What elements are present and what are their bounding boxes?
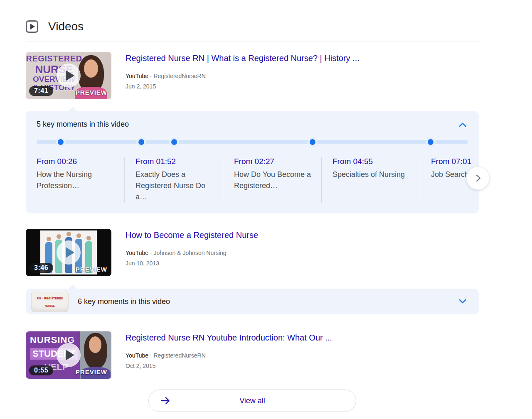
video-source: YouTube · RegisteredNurseRN — [126, 352, 332, 359]
videos-header: Videos — [26, 20, 479, 33]
next-moments-button[interactable] — [466, 167, 490, 190]
channel-name: Johnson & Johnson Nursing — [153, 250, 226, 256]
videos-section: Videos REGISTERED NURSE OVERVIEW & HISTO… — [26, 0, 479, 412]
duration-badge: 3:46 — [29, 263, 53, 273]
video-info: Registered Nurse RN | What is a Register… — [126, 52, 360, 99]
view-all-label: View all — [149, 397, 356, 405]
moment-timestamp-link[interactable]: From 02:27 — [234, 157, 315, 166]
moment-timestamp-link[interactable]: From 00:26 — [37, 157, 118, 166]
play-icon — [57, 343, 81, 367]
moment-label: How Do You Become a Registered… — [234, 169, 315, 191]
moment-timestamp-link[interactable]: From 01:52 — [135, 157, 216, 166]
moment-label: How the Nursing Profession… — [37, 169, 118, 191]
moment-timestamp-link[interactable]: From 04:55 — [332, 157, 413, 166]
key-moment-card[interactable]: From 02:27 How Do You Become a Registere… — [223, 157, 321, 203]
moment-label: Exactly Does a Registered Nurse Do a… — [135, 169, 216, 203]
separator-dot: · — [150, 352, 152, 359]
view-all-section: View all — [26, 390, 479, 412]
video-source: YouTube · RegisteredNurseRN — [126, 73, 360, 79]
timeline-dot[interactable] — [310, 139, 315, 145]
moment-timestamp-link[interactable]: From 07:01 — [431, 157, 479, 166]
video-title-link[interactable]: Registered Nurse RN Youtube Introduction… — [126, 332, 332, 343]
channel-name: RegisteredNurseRN — [153, 73, 205, 79]
timeline-dot[interactable] — [171, 139, 177, 145]
key-moment-card[interactable]: From 00:26 How the Nursing Profession… — [26, 157, 124, 203]
expand-button[interactable] — [457, 297, 468, 306]
video-thumbnail[interactable]: 3:46 PREVIEW — [26, 229, 111, 276]
header-divider — [26, 42, 479, 42]
key-moment-card[interactable]: From 04:55 Specialties of Nursing — [321, 157, 420, 203]
video-date: Jun 10, 2013 — [126, 260, 258, 267]
video-result-3: NURSING STUDENT HELP 0:55 PREVIEW Regist… — [26, 331, 479, 379]
collapse-button[interactable] — [457, 120, 468, 129]
source-name: YouTube — [126, 352, 148, 359]
key-moments-panel: 5 key moments in this video From 00:26 H… — [26, 111, 479, 213]
key-moments-summary: 6 key moments in this video — [78, 297, 170, 306]
timeline-dot[interactable] — [58, 139, 64, 145]
key-moment-card[interactable]: From 01:52 Exactly Does a Registered Nur… — [124, 157, 223, 203]
key-moments-collapsed[interactable]: RN = REGISTERED NURSE 6 key moments in t… — [26, 289, 479, 314]
preview-label: PREVIEW — [76, 368, 107, 375]
view-all-button[interactable]: View all — [148, 390, 356, 412]
video-thumbnail[interactable]: NURSING STUDENT HELP 0:55 PREVIEW — [26, 331, 111, 379]
video-result-1: REGISTERED NURSE OVERVIEW & HISTORY 7:41… — [26, 52, 479, 99]
video-section-icon — [26, 20, 38, 33]
video-date: Oct 2, 2015 — [126, 363, 332, 369]
key-moments-cards: From 00:26 How the Nursing Profession… F… — [26, 157, 479, 203]
timeline-dot[interactable] — [138, 139, 144, 145]
preview-label: PREVIEW — [76, 266, 107, 273]
key-moments-header: 5 key moments in this video — [26, 120, 479, 129]
chevron-up-icon — [457, 120, 468, 129]
play-icon — [57, 64, 81, 88]
play-icon — [57, 240, 81, 265]
key-moments-summary: 5 key moments in this video — [37, 120, 129, 129]
video-info: Registered Nurse RN Youtube Introduction… — [126, 331, 332, 379]
chevron-down-icon — [457, 297, 468, 306]
key-moments-thumb: RN = REGISTERED NURSE — [31, 291, 69, 312]
video-source: YouTube · Johnson & Johnson Nursing — [126, 250, 258, 256]
video-title-link[interactable]: Registered Nurse RN | What is a Register… — [126, 53, 360, 64]
section-title: Videos — [48, 20, 84, 33]
separator-dot: · — [150, 250, 152, 256]
separator-dot: · — [150, 73, 152, 79]
source-name: YouTube — [126, 73, 148, 79]
video-result-2: 3:46 PREVIEW How to Become a Registered … — [26, 229, 479, 276]
preview-label: PREVIEW — [76, 89, 107, 96]
video-title-link[interactable]: How to Become a Registered Nurse — [126, 230, 258, 240]
duration-badge: 0:55 — [29, 365, 53, 375]
source-name: YouTube — [126, 250, 148, 256]
video-date: Jun 2, 2015 — [126, 83, 360, 90]
key-moments-timeline — [37, 137, 468, 147]
moment-label: Specialties of Nursing — [332, 169, 413, 180]
channel-name: RegisteredNurseRN — [153, 352, 205, 359]
chevron-right-icon — [473, 173, 483, 183]
video-thumbnail[interactable]: REGISTERED NURSE OVERVIEW & HISTORY 7:41… — [26, 52, 111, 99]
timeline-dot[interactable] — [428, 139, 433, 145]
duration-badge: 7:41 — [29, 86, 53, 96]
video-info: How to Become a Registered Nurse YouTube… — [126, 229, 258, 276]
timeline-track — [37, 140, 468, 144]
